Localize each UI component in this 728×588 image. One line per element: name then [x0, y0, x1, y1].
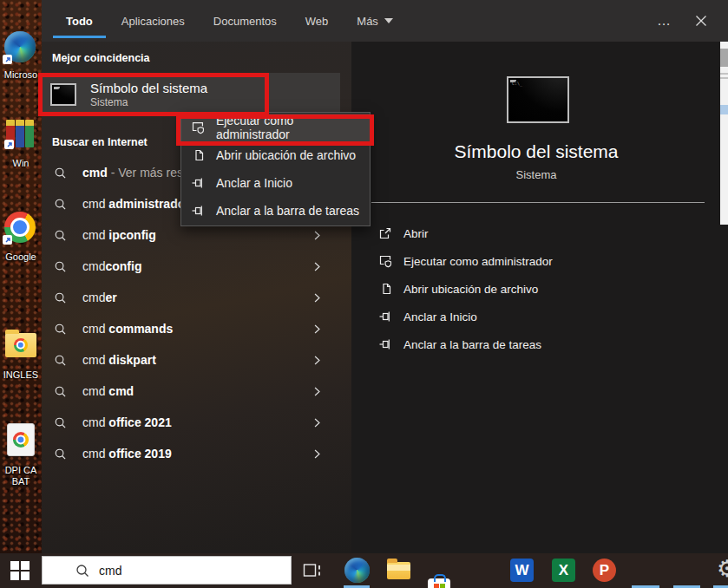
desktop-icon-ingles-folder[interactable]	[5, 333, 36, 357]
tab-aplicaciones[interactable]: Aplicaciones	[120, 3, 187, 40]
preview-actions: Abrir Ejecutar como administrador Abrir …	[371, 219, 710, 358]
search-icon	[75, 564, 89, 578]
tab-todo[interactable]: Todo	[64, 3, 95, 40]
taskbar-powerpoint-icon[interactable]: P	[593, 559, 616, 582]
cmd-terminal-icon-large: C:\_	[507, 76, 569, 123]
desktop-icon-dpi-bat[interactable]	[7, 423, 35, 456]
tab-documentos[interactable]: Documentos	[212, 3, 279, 40]
shortcut-arrow-icon	[4, 140, 14, 149]
pin-icon	[378, 310, 392, 323]
best-match-header: Mejor coincidencia	[52, 52, 150, 64]
menu-item-pin-to-taskbar[interactable]: Anclar a la barra de tareas	[181, 197, 370, 225]
search-icon	[54, 198, 67, 211]
shortcut-arrow-icon	[3, 235, 12, 245]
file-location-icon	[378, 282, 392, 296]
chevron-right-icon[interactable]	[312, 417, 323, 428]
task-view-icon	[303, 561, 323, 580]
best-match-subtitle: Sistema	[90, 96, 207, 109]
search-icon	[54, 385, 67, 398]
taskbar: cmd W X P ⚙	[0, 553, 728, 588]
action-open-file-location[interactable]: Abrir ubicación de archivo	[371, 275, 710, 303]
search-icon	[54, 167, 67, 180]
best-match-title: Símbolo del sistema	[90, 80, 207, 96]
action-pin-to-start[interactable]: Anclar a Inicio	[371, 303, 710, 330]
background-window-edge[interactable]	[720, 42, 728, 225]
desktop-icon-edge[interactable]	[4, 31, 36, 62]
run-as-admin-icon	[378, 254, 392, 268]
shortcut-arrow-icon	[3, 55, 12, 64]
action-run-as-admin[interactable]: Ejecutar como administrador	[371, 247, 710, 275]
windows-10-search-screen: Microso Win Google INGLES DPI CA BAT	[0, 0, 728, 588]
chevron-right-icon[interactable]	[312, 261, 323, 272]
desktop-icon-label: Microso	[0, 69, 42, 80]
suggestion-row[interactable]: cmder	[42, 282, 351, 313]
suggestion-row[interactable]: cmd office 2019	[42, 438, 351, 469]
menu-item-run-as-admin[interactable]: Ejecutar como administrador	[181, 114, 370, 141]
chevron-right-icon[interactable]	[312, 355, 323, 366]
taskbar-word-icon[interactable]: W	[510, 559, 534, 582]
taskbar-edge-icon[interactable]	[344, 558, 370, 583]
cmd-terminal-icon	[50, 83, 76, 106]
suggestion-row[interactable]: cmd diskpart	[42, 344, 351, 376]
file-location-icon	[191, 148, 205, 162]
pin-icon	[191, 204, 205, 218]
search-icon	[54, 323, 67, 336]
preview-title: Símbolo del sistema	[351, 141, 721, 162]
tab-web[interactable]: Web	[304, 3, 331, 40]
desktop-icon-label: DPI CA	[0, 465, 42, 475]
run-as-admin-icon	[191, 121, 205, 134]
task-view-button[interactable]	[303, 561, 323, 580]
search-tab-bar: Todo Aplicaciones Documentos Web Más …	[42, 0, 728, 42]
divider	[371, 202, 705, 203]
search-query-text: cmd	[99, 564, 121, 578]
document-icon	[7, 423, 35, 456]
search-icon	[54, 448, 67, 461]
suggestion-row[interactable]: cmdconfig	[42, 251, 351, 282]
chrome-icon	[13, 432, 29, 448]
open-icon	[378, 226, 392, 240]
chrome-icon	[14, 338, 28, 352]
suggestion-row[interactable]: cmd cmd	[42, 376, 351, 407]
chevron-right-icon[interactable]	[312, 323, 323, 335]
context-menu: Ejecutar como administrador Abrir ubicac…	[180, 112, 371, 226]
options-ellipsis-button[interactable]: …	[657, 16, 672, 25]
search-icon	[54, 416, 67, 429]
best-match-result[interactable]: Símbolo del sistema Sistema	[42, 73, 340, 116]
taskbar-store-icon[interactable]	[428, 578, 450, 588]
menu-item-open-file-location[interactable]: Abrir ubicación de archivo	[181, 141, 370, 169]
folder-icon	[5, 333, 36, 357]
search-icon	[54, 229, 67, 242]
desktop-icon-label: Win	[0, 158, 42, 168]
desktop-icon-label: Google	[0, 252, 42, 262]
pin-icon	[191, 176, 205, 190]
chevron-right-icon[interactable]	[312, 230, 323, 241]
search-icon	[54, 354, 67, 367]
taskbar-search-box[interactable]: cmd	[42, 556, 292, 585]
desktop-icon-label: INGLES	[0, 369, 42, 380]
preview-subtitle: Sistema	[351, 168, 721, 181]
action-open[interactable]: Abrir	[371, 219, 710, 247]
desktop-icon-label: BAT	[0, 476, 42, 487]
desktop-icon-winrar[interactable]	[6, 120, 34, 147]
start-button[interactable]	[10, 561, 30, 580]
taskbar-file-explorer-icon[interactable]	[387, 562, 410, 579]
action-pin-to-taskbar[interactable]: Anclar a la barra de tareas	[371, 330, 710, 358]
taskbar-excel-icon[interactable]: X	[552, 559, 575, 582]
menu-item-pin-to-start[interactable]: Anclar a Inicio	[181, 169, 370, 197]
caret-down-icon	[384, 18, 393, 23]
suggestion-row[interactable]: cmd office 2021	[42, 407, 351, 438]
windows-logo-icon	[10, 561, 30, 580]
chevron-right-icon[interactable]	[312, 386, 323, 397]
taskbar-settings-gear-icon[interactable]: ⚙	[717, 558, 728, 581]
desktop-icon-chrome[interactable]	[4, 212, 36, 243]
chevron-right-icon[interactable]	[312, 292, 323, 304]
tab-mas[interactable]: Más	[355, 3, 395, 40]
chevron-right-icon[interactable]	[312, 448, 323, 460]
pin-icon	[378, 337, 392, 351]
search-icon	[54, 291, 67, 304]
close-icon[interactable]	[695, 15, 707, 27]
suggestion-row[interactable]: cmd commands	[42, 313, 351, 344]
web-search-header: Buscar en Internet	[52, 136, 148, 148]
search-icon	[54, 260, 67, 273]
